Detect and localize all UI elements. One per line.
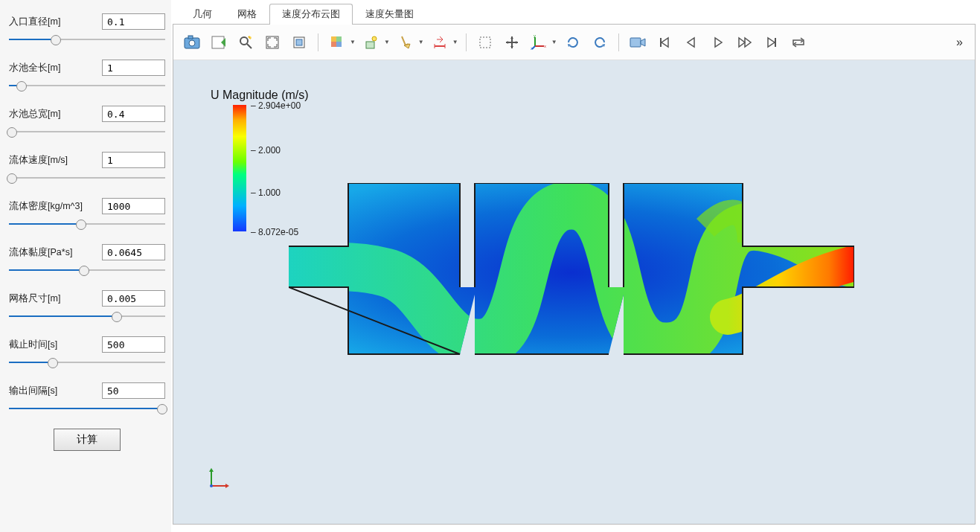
param-slider-fluid-density[interactable] — [9, 219, 165, 229]
svg-rect-12 — [336, 42, 342, 47]
save-icon[interactable] — [208, 31, 230, 54]
param-input-fluid-velocity[interactable] — [102, 152, 165, 168]
svg-rect-14 — [366, 42, 374, 48]
tab-geometry[interactable]: 几何 — [180, 4, 225, 25]
param-label-inlet-diameter: 入口直径[m] — [9, 16, 60, 28]
svg-rect-9 — [331, 36, 336, 42]
param-label-fluid-velocity: 流体速度[m/s] — [9, 154, 68, 167]
color-mode-icon[interactable] — [326, 31, 348, 54]
svg-rect-18 — [480, 37, 490, 48]
dropdown-caret-icon[interactable]: ▼ — [551, 39, 557, 45]
param-input-fluid-density[interactable] — [102, 198, 165, 214]
axes-gizmo-icon[interactable]: yxz — [528, 31, 550, 54]
param-slider-mesh-size[interactable] — [9, 311, 165, 321]
param-label-pool-width: 水池总宽[m] — [9, 108, 60, 121]
fit-box-icon[interactable] — [288, 31, 310, 54]
param-slider-pool-width[interactable] — [9, 126, 165, 137]
first-frame-icon[interactable] — [653, 31, 676, 54]
velocity-contour-plot — [289, 183, 854, 362]
tab-mesh[interactable]: 网格 — [225, 4, 269, 25]
play-icon[interactable] — [707, 31, 729, 54]
svg-rect-11 — [331, 42, 336, 47]
param-slider-fluid-velocity[interactable] — [9, 173, 165, 183]
svg-line-5 — [247, 44, 252, 48]
svg-text:y: y — [534, 34, 536, 38]
colorbar-tick: – 1.000 — [251, 188, 281, 198]
param-input-pool-width[interactable] — [102, 106, 165, 122]
sweep-icon[interactable] — [394, 31, 417, 54]
screenshot-icon[interactable] — [181, 31, 203, 54]
tab-velocity-map[interactable]: 速度分布云图 — [269, 4, 353, 25]
loop-icon[interactable] — [787, 31, 810, 54]
zoom-icon[interactable] — [234, 31, 257, 54]
pan-icon[interactable] — [501, 31, 523, 54]
orientation-triad-icon — [207, 465, 232, 490]
rotate-ccw-icon[interactable] — [589, 31, 611, 54]
next-frame-icon[interactable] — [734, 31, 756, 54]
parameters-sidebar: 入口直径[m]水池全长[m]水池总宽[m]流体速度[m/s]流体密度[kg/m^… — [0, 0, 171, 532]
param-input-inlet-diameter[interactable] — [102, 13, 165, 30]
viewer-toolbar: ▼ ▼ ▼ ▼ yxz ▼ — [173, 25, 975, 60]
svg-rect-10 — [336, 36, 342, 42]
param-input-end-time[interactable] — [102, 336, 165, 353]
dropdown-caret-icon[interactable]: ▼ — [452, 39, 458, 45]
param-label-mesh-size: 网格尺寸[m] — [9, 292, 60, 305]
colorbar-tick: – 2.000 — [251, 145, 281, 156]
svg-rect-2 — [188, 36, 193, 39]
param-label-fluid-viscosity: 流体黏度[Pa*s] — [9, 246, 72, 259]
toolbar-overflow-icon[interactable]: » — [952, 33, 967, 52]
param-label-pool-length: 水池全长[m] — [9, 62, 60, 74]
param-slider-output-interval[interactable] — [9, 403, 165, 414]
visualization-pane: ▼ ▼ ▼ ▼ yxz ▼ — [173, 24, 976, 525]
dropdown-caret-icon[interactable]: ▼ — [384, 39, 390, 45]
svg-point-4 — [240, 37, 248, 45]
last-frame-icon[interactable] — [760, 31, 783, 54]
param-slider-inlet-diameter[interactable] — [9, 34, 165, 45]
param-label-end-time: 截止时间[s] — [9, 339, 57, 351]
color-legend: – 2.904e+00– 2.000– 1.000– 8.072e-05 — [233, 105, 246, 231]
svg-point-13 — [372, 36, 377, 41]
dropdown-caret-icon[interactable]: ▼ — [418, 39, 424, 45]
visibility-icon[interactable] — [360, 31, 382, 54]
prev-frame-icon[interactable] — [680, 31, 702, 54]
param-input-fluid-viscosity[interactable] — [102, 244, 165, 260]
camera-record-icon[interactable] — [627, 31, 649, 54]
param-input-mesh-size[interactable] — [102, 290, 165, 307]
cfd-canvas[interactable]: U Magnitude (m/s) – 2.904e+00– 2.000– 1.… — [173, 60, 975, 524]
svg-rect-8 — [296, 39, 302, 45]
param-input-pool-length[interactable] — [102, 60, 165, 76]
colorbar-tick: – 2.904e+00 — [251, 100, 301, 111]
param-slider-pool-length[interactable] — [9, 80, 165, 91]
svg-point-38 — [210, 484, 213, 487]
ruler-icon[interactable] — [429, 31, 451, 54]
fit-view-icon[interactable] — [261, 31, 284, 54]
svg-rect-25 — [630, 38, 641, 47]
param-slider-fluid-viscosity[interactable] — [9, 265, 165, 275]
tab-strip: 几何网格速度分布云图速度矢量图 — [180, 4, 976, 24]
param-slider-end-time[interactable] — [9, 357, 165, 368]
main-pane: 几何网格速度分布云图速度矢量图 — [171, 0, 980, 532]
box-select-icon[interactable] — [474, 31, 496, 54]
param-input-output-interval[interactable] — [102, 382, 165, 399]
rotate-cw-icon[interactable] — [562, 31, 584, 54]
calculate-button[interactable]: 计算 — [54, 429, 121, 451]
param-label-fluid-density: 流体密度[kg/m^3] — [9, 200, 83, 213]
svg-text:z: z — [531, 46, 533, 51]
svg-point-1 — [189, 40, 195, 46]
param-label-output-interval: 输出间隔[s] — [9, 385, 57, 397]
dropdown-caret-icon[interactable]: ▼ — [350, 39, 356, 45]
tab-vector-plot[interactable]: 速度矢量图 — [353, 4, 426, 25]
svg-text:x: x — [544, 44, 546, 48]
